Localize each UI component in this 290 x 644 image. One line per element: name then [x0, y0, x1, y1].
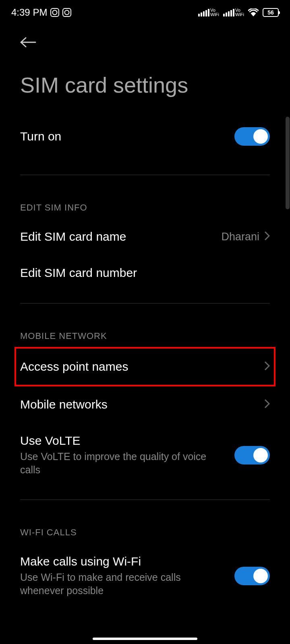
- wifi-calls-description: Use Wi-Fi to make and receive calls when…: [20, 571, 222, 597]
- turn-on-label: Turn on: [20, 130, 234, 143]
- apn-item[interactable]: Access point names: [14, 347, 276, 386]
- volte-item[interactable]: Use VoLTE Use VoLTE to improve the quali…: [20, 423, 270, 487]
- divider: [20, 175, 270, 175]
- section-edit-sim-info: EDIT SIM INFO: [20, 186, 270, 219]
- home-indicator[interactable]: [93, 638, 197, 640]
- battery-icon: 56: [263, 8, 279, 17]
- arrow-left-icon: [20, 36, 36, 48]
- mobile-networks-item[interactable]: Mobile networks: [20, 386, 270, 423]
- instagram-icon: [62, 8, 71, 17]
- volte-toggle[interactable]: [234, 446, 270, 464]
- instagram-icon: [50, 8, 59, 17]
- wifi-calls-toggle[interactable]: [234, 567, 270, 585]
- wifi-calls-item[interactable]: Make calls using Wi-Fi Use Wi-Fi to make…: [20, 543, 270, 608]
- turn-on-item[interactable]: Turn on: [20, 116, 270, 157]
- turn-on-toggle[interactable]: [234, 127, 270, 146]
- wifi-icon: [248, 8, 259, 17]
- divider: [20, 303, 270, 303]
- divider: [20, 500, 270, 500]
- chevron-right-icon: [264, 399, 270, 410]
- scroll-indicator[interactable]: [286, 117, 290, 209]
- chevron-right-icon: [264, 231, 270, 242]
- header: [0, 25, 290, 50]
- edit-sim-name-value: Dharani: [221, 231, 259, 243]
- back-button[interactable]: [20, 36, 36, 48]
- wifi-calls-label: Make calls using Wi-Fi: [20, 555, 222, 568]
- signal-sim2-icon: VoWiFi: [223, 8, 244, 17]
- mobile-networks-label: Mobile networks: [20, 398, 264, 411]
- edit-sim-name-item[interactable]: Edit SIM card name Dharani: [20, 219, 270, 255]
- edit-sim-name-label: Edit SIM card name: [20, 230, 221, 244]
- edit-sim-number-item[interactable]: Edit SIM card number: [20, 255, 270, 291]
- edit-sim-number-label: Edit SIM card number: [20, 266, 270, 280]
- volte-label: Use VoLTE: [20, 434, 213, 448]
- page-title: SIM card settings: [0, 50, 290, 116]
- signal-sim1-icon: VoWiFi: [198, 8, 219, 17]
- section-mobile-network: MOBILE NETWORK: [20, 315, 270, 347]
- status-bar: 4:39 PM VoWiFi VoWiFi 56: [0, 0, 290, 25]
- chevron-right-icon: [264, 361, 270, 372]
- volte-description: Use VoLTE to improve the quality of voic…: [20, 450, 213, 476]
- section-wifi-calls: WI-FI CALLS: [20, 511, 270, 543]
- status-time: 4:39 PM: [11, 7, 47, 18]
- apn-label: Access point names: [20, 360, 264, 374]
